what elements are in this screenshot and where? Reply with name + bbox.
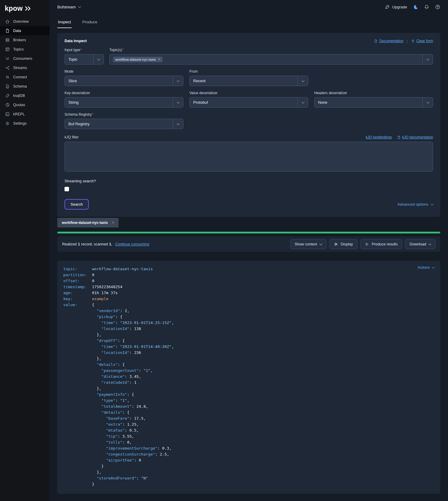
sidebar-item[interactable]: Schema xyxy=(0,82,50,91)
sidebar-item[interactable]: Connect xyxy=(0,72,50,82)
key-deserializer-select[interactable]: String xyxy=(65,97,183,108)
chevron-down-icon xyxy=(432,266,435,269)
home-icon xyxy=(5,19,10,24)
kjq-links: kJQ keybindings kJQ documentation xyxy=(366,135,433,139)
tab[interactable]: Inspect xyxy=(57,17,72,28)
environment-label: Bufstream xyxy=(57,5,76,9)
result-topic-tab[interactable]: workflow-dataset-nyc-taxis × xyxy=(57,218,119,227)
schema-registry-select[interactable]: Buf Registry xyxy=(65,119,183,129)
sidebar-item[interactable]: Data xyxy=(0,26,50,35)
required-marker: * xyxy=(92,112,93,117)
results-status: Realized 1 record, scanned 1. Continue c… xyxy=(62,242,149,246)
download-button[interactable]: Download xyxy=(405,239,435,249)
rocket-icon xyxy=(385,4,390,10)
input-type-field: Input type* Topic xyxy=(65,48,104,65)
search-button[interactable]: Search xyxy=(65,199,89,210)
mode-select[interactable]: Slice xyxy=(65,76,183,86)
record-meta-row: age: 01h 17m 37s xyxy=(63,290,434,296)
sidebar-item[interactable]: Overview xyxy=(0,17,50,26)
sidebar-item[interactable]: Topics xyxy=(0,45,50,54)
advanced-options-toggle[interactable]: Advanced options xyxy=(398,202,433,207)
ksqldb-icon xyxy=(5,93,10,98)
help-icon[interactable] xyxy=(435,4,440,10)
kpow-logo: kpow xyxy=(0,0,50,17)
from-select[interactable]: Recent xyxy=(189,76,308,86)
chevron-down-icon xyxy=(431,202,434,205)
record-card: Actions topic: workflow-dataset-nyc-taxi… xyxy=(57,261,440,494)
page-content: Inspect Produce Data inspect xyxy=(50,14,448,501)
headers-deserializer-select[interactable]: None xyxy=(314,97,433,108)
sidebar-item[interactable]: Quotas xyxy=(0,100,50,109)
dark-mode-moon-icon[interactable] xyxy=(413,4,418,10)
trash-icon xyxy=(411,39,415,43)
value-deserializer-field: Value deserializer Protobuf xyxy=(189,91,308,108)
chevron-down-icon xyxy=(97,57,100,60)
app-root: kpow Overview Data Brokers xyxy=(0,0,448,501)
produce-play-icon xyxy=(365,242,369,246)
kjq-documentation-link[interactable]: kJQ documentation xyxy=(397,135,433,139)
data-inspect-form: Data inspect Documentation | xyxy=(57,33,440,217)
settings-icon xyxy=(5,121,10,126)
sidebar-item[interactable]: Consumers xyxy=(0,54,50,63)
chevron-down-icon xyxy=(177,122,179,125)
sidebar-item[interactable]: kREPL xyxy=(0,109,50,119)
close-icon[interactable]: × xyxy=(112,221,114,225)
streaming-search-label: Streaming search? xyxy=(65,179,433,183)
logo-text: kpow xyxy=(5,4,23,13)
headers-deserializer-field: Headers deserializer None xyxy=(314,91,433,108)
clear-form-link[interactable]: Clear form xyxy=(411,39,433,43)
input-type-select[interactable]: Topic xyxy=(65,54,104,65)
record-meta-row: key: example xyxy=(63,296,434,302)
show-context-button[interactable]: Show context xyxy=(290,239,326,249)
logo-mark-icon xyxy=(24,6,32,11)
topics-icon xyxy=(5,47,10,52)
chevron-down-icon xyxy=(319,242,322,245)
record-meta-row: partition: 0 xyxy=(63,272,434,278)
kjq-keybindings-link[interactable]: kJQ keybindings xyxy=(366,135,392,139)
tab[interactable]: Produce xyxy=(82,17,98,28)
document-icon xyxy=(397,135,401,139)
chevron-down-icon xyxy=(301,79,304,82)
produce-results-button[interactable]: Produce results xyxy=(360,239,402,249)
upgrade-label: Upgrade xyxy=(392,5,407,9)
results-toolbar: Realized 1 record, scanned 1. Continue c… xyxy=(57,236,440,252)
kjq-filter-textarea[interactable] xyxy=(65,142,433,172)
chevron-down-icon xyxy=(426,100,429,103)
sidebar-item[interactable]: Settings xyxy=(0,119,50,128)
environment-selector[interactable]: Bufstream xyxy=(57,5,81,9)
continue-consuming-link[interactable]: Continue consuming xyxy=(115,242,149,246)
key-deserializer-field: Key deserializer String xyxy=(65,91,183,108)
chevron-down-icon xyxy=(426,57,429,60)
chip-remove-icon[interactable]: × xyxy=(158,58,160,61)
record-value-row: value: { "vendorId": 2, "pickup": { "tim… xyxy=(63,302,434,487)
page-tabs: Inspect Produce xyxy=(57,17,440,28)
chevron-down-icon xyxy=(301,100,304,103)
kjq-filter-label: kJQ filter xyxy=(65,135,79,139)
record-actions-menu[interactable]: Actions xyxy=(418,265,434,270)
chevron-down-icon xyxy=(78,5,81,8)
topbar-right: Upgrade xyxy=(385,4,440,10)
schema-registry-field: Schema Registry* Buf Registry xyxy=(65,112,183,129)
mode-field: Mode Slice xyxy=(65,69,183,86)
documentation-link[interactable]: Documentation xyxy=(374,39,403,43)
sidebar-item[interactable]: Streams xyxy=(0,63,50,72)
required-marker: * xyxy=(122,48,124,52)
results-buttons: Show context Display Produce results xyxy=(290,239,436,249)
sidebar-item[interactable]: Brokers xyxy=(0,35,50,45)
display-button[interactable]: Display xyxy=(329,239,358,249)
sidebar-item[interactable]: ksqlDB xyxy=(0,91,50,100)
chevron-down-icon xyxy=(429,242,432,245)
form-title: Data inspect xyxy=(65,39,87,43)
streaming-search-checkbox[interactable] xyxy=(65,187,69,191)
value-deserializer-select[interactable]: Protobuf xyxy=(189,97,308,108)
data-icon xyxy=(5,28,10,33)
topics-multiselect[interactable]: workflow-dataset-nyc-taxis × xyxy=(109,54,433,65)
record-value-json: { "vendorId": 2, "pickup": { "time": "20… xyxy=(92,302,174,487)
notifications-bell-icon[interactable] xyxy=(424,4,429,10)
form-head-links: Documentation | Clear form xyxy=(374,39,433,43)
topic-chip[interactable]: workflow-dataset-nyc-taxis × xyxy=(113,57,162,62)
brokers-icon xyxy=(5,38,10,42)
upgrade-button[interactable]: Upgrade xyxy=(385,4,407,10)
record-meta-row: topic: workflow-dataset-nyc-taxis xyxy=(63,266,434,272)
search-progress-bar xyxy=(57,232,440,233)
